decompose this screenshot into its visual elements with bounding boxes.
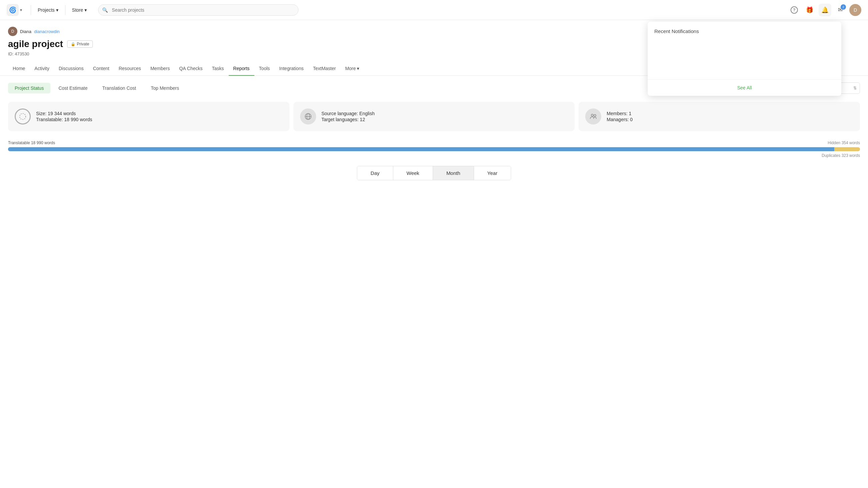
time-period-tabs: Day Week Month Year: [357, 166, 511, 180]
nav-activity[interactable]: Activity: [30, 62, 54, 76]
gift-button[interactable]: 🎁: [803, 4, 816, 17]
file-icon: [15, 108, 31, 125]
stat-card-language: Source language: English Target language…: [293, 102, 575, 131]
tab-top-members[interactable]: Top Members: [144, 83, 186, 94]
nav-resources[interactable]: Resources: [114, 62, 146, 76]
progress-bar-track: [8, 147, 860, 151]
nav-store[interactable]: Store ▾: [67, 0, 91, 20]
user-avatar-initial: D: [11, 29, 14, 34]
search-icon: 🔍: [102, 7, 108, 13]
private-label: Private: [77, 42, 89, 46]
lock-icon: 🔒: [71, 42, 75, 46]
more-label: More: [345, 66, 356, 71]
stats-cards: Size: 19 344 words Translatable: 18 990 …: [8, 102, 860, 131]
nav-separator-1: [31, 5, 31, 15]
size-line: Size: 19 344 words: [36, 111, 92, 116]
nav-content[interactable]: Content: [88, 62, 114, 76]
svg-point-5: [594, 115, 596, 117]
nav-members[interactable]: Members: [146, 62, 174, 76]
avatar-initial: D: [854, 7, 857, 13]
messages-button[interactable]: ✉ 2: [834, 4, 847, 17]
help-button[interactable]: ?: [788, 4, 801, 17]
tab-cost-estimate[interactable]: Cost Estimate: [52, 83, 94, 94]
gift-icon: 🎁: [806, 6, 813, 14]
source-lang-line: Source language: English: [321, 111, 375, 116]
tab-year[interactable]: Year: [474, 166, 511, 180]
bell-button[interactable]: 🔔: [818, 4, 831, 17]
translatable-line: Translatable: 18 990 words: [36, 117, 92, 122]
language-stat-content: Source language: English Target language…: [321, 111, 375, 122]
help-icon: ?: [790, 6, 798, 14]
nav-projects[interactable]: Projects ▾: [33, 0, 63, 20]
size-stat-content: Size: 19 344 words Translatable: 18 990 …: [36, 111, 92, 122]
notification-dropdown: Recent Notifications See All: [648, 22, 841, 96]
bell-icon: 🔔: [821, 6, 829, 14]
tab-month[interactable]: Month: [433, 166, 474, 180]
nav-qa-checks[interactable]: QA Checks: [175, 62, 207, 76]
store-dropdown-icon: ▾: [85, 7, 87, 13]
search-bar: 🔍: [98, 4, 299, 16]
stat-card-size: Size: 19 344 words Translatable: 18 990 …: [8, 102, 289, 131]
progress-bar-fill: [8, 147, 834, 151]
notification-empty-area: [648, 39, 841, 79]
tab-translation-cost[interactable]: Translation Cost: [95, 83, 143, 94]
logo-icon[interactable]: 🌀: [7, 4, 19, 16]
projects-dropdown-icon: ▾: [56, 7, 58, 13]
nav-home[interactable]: Home: [8, 62, 30, 76]
top-navigation: 🌀 ▾ Projects ▾ Store ▾ 🔍 ? 🎁 🔔 ✉ 2 D: [0, 0, 868, 20]
target-lang-line: Target languages: 12: [321, 117, 375, 122]
search-input[interactable]: [98, 4, 299, 16]
nav-separator-2: [65, 5, 65, 15]
progress-section: Translatable 18 990 words Hidden 354 wor…: [8, 140, 860, 158]
avatar[interactable]: D: [849, 4, 861, 16]
notification-badge: 2: [841, 4, 846, 10]
user-handle[interactable]: dianacrowdin: [34, 29, 60, 34]
nav-discussions[interactable]: Discussions: [54, 62, 89, 76]
progress-right-label: Hidden 354 words: [828, 140, 860, 145]
notification-dropdown-title: Recent Notifications: [648, 28, 841, 39]
project-title: agile project: [8, 39, 63, 50]
nav-tasks[interactable]: Tasks: [207, 62, 229, 76]
nav-reports[interactable]: Reports: [229, 62, 254, 76]
svg-point-4: [591, 114, 593, 116]
user-name: Diana: [20, 29, 31, 34]
tab-day[interactable]: Day: [357, 166, 393, 180]
nav-tools[interactable]: Tools: [254, 62, 275, 76]
private-badge: 🔒 Private: [67, 40, 93, 48]
reports-tabs: Project Status Cost Estimate Translation…: [8, 83, 186, 94]
stat-card-members: Members: 1 Managers: 0: [579, 102, 860, 131]
tab-project-status[interactable]: Project Status: [8, 83, 51, 94]
notification-see-all[interactable]: See All: [648, 79, 841, 96]
user-avatar-small: D: [8, 27, 18, 36]
nav-more[interactable]: More ▾: [341, 62, 364, 76]
more-dropdown-icon: ▾: [357, 66, 359, 71]
nav-actions: ? 🎁 🔔 ✉ 2 D: [788, 4, 861, 17]
progress-left-label: Translatable 18 990 words: [8, 140, 55, 145]
logo-area: 🌀 ▾: [7, 4, 22, 16]
progress-labels: Translatable 18 990 words Hidden 354 wor…: [8, 140, 860, 145]
duplicates-label: Duplicates 323 words: [8, 153, 860, 158]
members-count-line: Members: 1: [607, 111, 633, 116]
nav-integrations[interactable]: Integrations: [274, 62, 308, 76]
members-stat-content: Members: 1 Managers: 0: [607, 111, 633, 122]
logo-dropdown[interactable]: ▾: [20, 8, 22, 12]
members-icon: [585, 108, 601, 125]
nav-textmaster[interactable]: TextMaster: [308, 62, 340, 76]
tab-week[interactable]: Week: [393, 166, 433, 180]
globe-icon: [300, 108, 316, 125]
managers-count-line: Managers: 0: [607, 117, 633, 122]
svg-point-0: [20, 113, 26, 120]
progress-bar-tail: [834, 147, 860, 151]
